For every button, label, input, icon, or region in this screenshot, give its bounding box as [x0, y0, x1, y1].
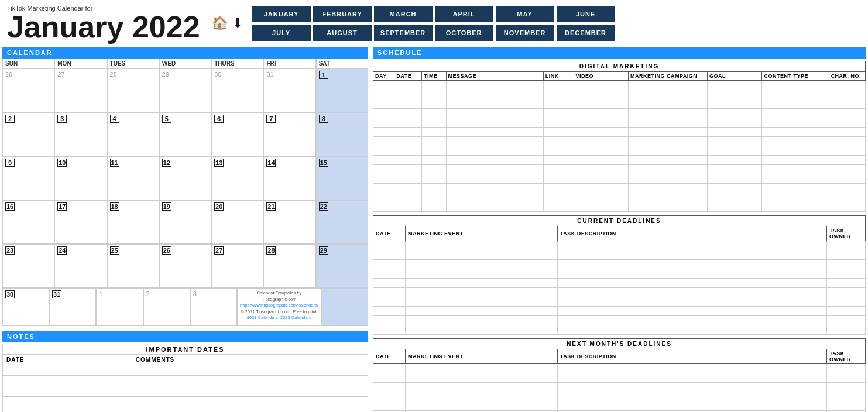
btn-may[interactable]: MAY: [496, 6, 554, 22]
btn-july[interactable]: JULY: [252, 25, 311, 41]
btn-january[interactable]: JANUARY: [252, 6, 311, 22]
col-day: DAY: [373, 72, 394, 81]
month-row-1: JANUARY FEBRUARY MARCH APRIL MAY JUNE: [252, 6, 615, 22]
table-row: [373, 128, 866, 137]
right-column: SCHEDULE DIGITAL MARKETING DAY DATE TIME…: [373, 47, 866, 412]
cal-cell: 3: [190, 288, 237, 326]
current-deadlines-wrapper: CURRENT DEADLINES DATE MARKETING EVENT T…: [373, 215, 866, 335]
month-row-2: JULY AUGUST SEPTEMBER OCTOBER NOVEMBER D…: [252, 25, 615, 41]
col-content-type: CONTENT TYPE: [762, 72, 829, 81]
col-char-no: CHAR. NO.: [829, 72, 865, 81]
header-nav: 🏠 ⬇: [212, 16, 243, 31]
digital-marketing-title: DIGITAL MARKETING: [373, 61, 866, 72]
cal-cell: 31: [263, 68, 315, 112]
table-row: [373, 307, 866, 316]
table-row: [373, 109, 866, 118]
table-row: [373, 250, 866, 260]
btn-june[interactable]: JUNE: [557, 6, 615, 22]
table-row: [373, 288, 866, 297]
cal-cell: 28: [107, 68, 159, 112]
date-cell[interactable]: [3, 376, 132, 386]
cal-cell: 16: [2, 200, 54, 244]
table-row: [373, 81, 866, 90]
dow-mon: MON: [54, 59, 107, 68]
btn-november[interactable]: NOVEMBER: [496, 25, 554, 41]
table-row: [373, 165, 866, 174]
comment-cell[interactable]: [132, 397, 368, 407]
btn-september[interactable]: SEPTEMBER: [374, 25, 433, 41]
nav-icons: 🏠 ⬇: [212, 16, 243, 31]
btn-october[interactable]: OCTOBER: [435, 25, 493, 41]
cal-cell: 29: [316, 244, 368, 288]
cal-cell: 22: [316, 200, 368, 244]
home-icon[interactable]: 🏠: [212, 16, 228, 31]
table-row: [373, 90, 866, 99]
table-row: [373, 202, 866, 212]
header-left: TikTok Marketing Calendar for January 20…: [7, 5, 200, 42]
table-row: [373, 193, 866, 202]
btn-december[interactable]: DECEMBER: [557, 25, 615, 41]
calendar-week-1: 26 27 28 29 30 31 1: [2, 68, 368, 112]
cal-cell: 8: [316, 112, 368, 156]
cal-cell: 25: [107, 244, 159, 288]
cal-cell: 9: [2, 156, 54, 200]
download-icon[interactable]: ⬇: [232, 16, 243, 31]
current-deadlines-title: CURRENT DEADLINES: [373, 216, 866, 226]
cal-cell: 18: [107, 200, 159, 244]
btn-april[interactable]: APRIL: [435, 6, 493, 22]
cal-cell: 3: [54, 112, 107, 156]
header: TikTok Marketing Calendar for January 20…: [0, 0, 868, 47]
cal-cell: 5: [159, 112, 211, 156]
btn-august[interactable]: AUGUST: [313, 25, 372, 41]
table-row: [373, 279, 866, 288]
btn-march[interactable]: MARCH: [374, 6, 433, 22]
col-video: VIDEO: [574, 72, 628, 81]
cal-cell: 31: [49, 288, 96, 326]
cal-cell: 13: [211, 156, 263, 200]
table-row: [373, 118, 866, 128]
digital-marketing-wrapper: DIGITAL MARKETING DAY DATE TIME MESSAGE …: [373, 61, 866, 212]
calendar-week-2: 2 3 4 5 6 7 8: [2, 112, 368, 156]
left-column: CALENDAR SUN MON TUES WED THURS FRI SAT …: [2, 47, 368, 412]
cal-cell: 14: [263, 156, 315, 200]
table-row: [373, 325, 866, 335]
comment-cell[interactable]: [132, 386, 368, 397]
col-marketing-event: MARKETING EVENT: [406, 349, 558, 364]
comment-cell[interactable]: [132, 407, 368, 413]
col-marketing-campaign: MARKETING CAMPAIGN: [629, 72, 708, 81]
dow-sun: SUN: [2, 59, 54, 68]
cal-cell: 17: [54, 200, 107, 244]
table-row: [373, 269, 866, 279]
table-row: [373, 260, 866, 269]
col-link: LINK: [543, 72, 574, 81]
digital-marketing-table: DIGITAL MARKETING DAY DATE TIME MESSAGE …: [373, 61, 866, 212]
col-date: DATE: [394, 72, 422, 81]
cal-cell: 20: [211, 200, 263, 244]
date-cell[interactable]: [3, 397, 132, 407]
date-cell[interactable]: [3, 407, 132, 413]
table-row: [373, 156, 866, 165]
comment-cell[interactable]: [132, 376, 368, 386]
next-deadlines-wrapper: NEXT MONTH'S DEADLINES DATE MARKETING EV…: [373, 338, 866, 412]
current-deadlines-table: CURRENT DEADLINES DATE MARKETING EVENT T…: [373, 215, 866, 335]
date-cell[interactable]: [3, 365, 132, 376]
table-row: [373, 364, 866, 373]
cal-cell: 15: [316, 156, 368, 200]
calendar-week-4: 16 17 18 19 20 21 22: [2, 200, 368, 244]
schedule-section-bar: SCHEDULE: [373, 47, 866, 59]
cal-cell: 12: [159, 156, 211, 200]
table-row: [373, 401, 866, 411]
next-deadlines-title: NEXT MONTH'S DEADLINES: [373, 339, 866, 349]
cal-cell: 28: [263, 244, 315, 288]
date-cell[interactable]: [3, 386, 132, 397]
dow-fri: FRI: [263, 59, 315, 68]
btn-february[interactable]: FEBRUARY: [313, 6, 372, 22]
cal-cell: 30: [2, 288, 49, 326]
col-date: DATE: [373, 349, 406, 364]
dow-wed: WED: [159, 59, 211, 68]
comment-cell[interactable]: [132, 365, 368, 376]
col-task-description: TASK DESCRIPTION: [558, 226, 827, 241]
cal-cell: 24: [54, 244, 107, 288]
cal-cell: 23: [2, 244, 54, 288]
cal-cell: 2: [143, 288, 190, 326]
